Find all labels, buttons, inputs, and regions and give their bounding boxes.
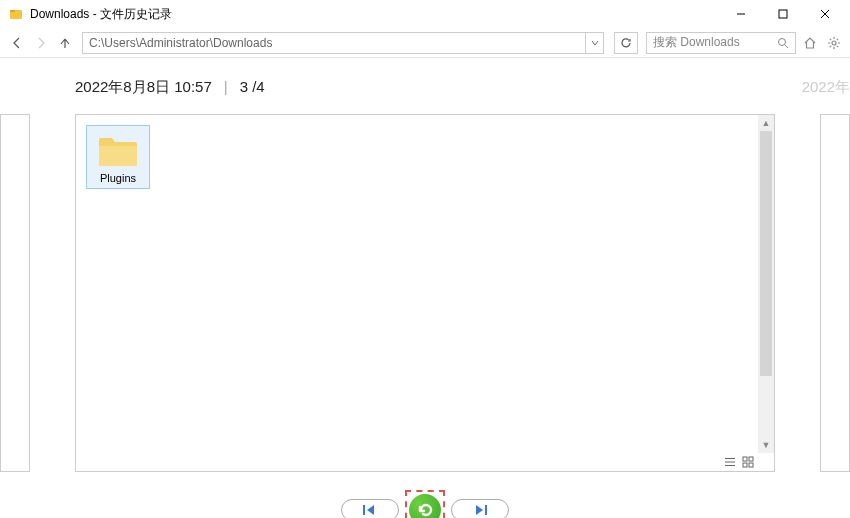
app-icon (8, 6, 24, 22)
skip-back-icon (362, 504, 378, 516)
timestamp-row: 2022年8月8日 10:57 | 3 /4 (0, 78, 850, 102)
svg-rect-15 (749, 463, 753, 467)
search-icon (777, 37, 789, 49)
next-version-pane[interactable] (820, 114, 850, 472)
restore-button-highlight (405, 490, 445, 518)
next-timestamp-preview: 2022年 (802, 78, 850, 97)
view-icons-icon[interactable] (740, 454, 756, 470)
main-pane: Plugins ▲ ▼ (75, 114, 775, 472)
window-title: Downloads - 文件历史记录 (30, 6, 720, 23)
list-item[interactable]: Plugins (86, 125, 150, 189)
toolbar: C:\Users\Administrator\Downloads 搜索 Down… (0, 28, 850, 58)
svg-rect-9 (725, 458, 735, 459)
file-list[interactable]: Plugins (76, 115, 774, 471)
address-bar-container: C:\Users\Administrator\Downloads (82, 32, 604, 54)
address-text: C:\Users\Administrator\Downloads (89, 36, 272, 50)
previous-version-button[interactable] (341, 499, 399, 518)
previous-version-pane[interactable] (0, 114, 30, 472)
panes-row: Plugins ▲ ▼ (0, 114, 850, 472)
next-version-button[interactable] (451, 499, 509, 518)
home-icon[interactable] (800, 33, 820, 53)
svg-rect-3 (779, 10, 787, 18)
scroll-track[interactable] (758, 131, 774, 437)
back-button[interactable] (6, 32, 28, 54)
scrollbar[interactable]: ▲ ▼ (758, 115, 774, 453)
refresh-button[interactable] (614, 32, 638, 54)
forward-button[interactable] (30, 32, 52, 54)
view-details-icon[interactable] (722, 454, 738, 470)
content-area: 2022年8月8日 10:57 | 3 /4 2022年 Plugins ▲ (0, 58, 850, 518)
folder-icon (97, 132, 139, 168)
page-indicator: 3 /4 (240, 78, 265, 95)
svg-point-8 (832, 41, 836, 45)
restore-button[interactable] (409, 494, 441, 518)
address-bar[interactable]: C:\Users\Administrator\Downloads (82, 32, 586, 54)
address-dropdown[interactable] (586, 32, 604, 54)
up-button[interactable] (54, 32, 76, 54)
restore-icon (415, 500, 435, 518)
svg-rect-13 (749, 457, 753, 461)
svg-rect-16 (363, 505, 365, 515)
minimize-button[interactable] (720, 0, 762, 28)
svg-rect-10 (725, 462, 735, 463)
view-mode-buttons (722, 454, 756, 470)
titlebar: Downloads - 文件历史记录 (0, 0, 850, 28)
maximize-button[interactable] (762, 0, 804, 28)
close-button[interactable] (804, 0, 846, 28)
bottom-controls (0, 490, 850, 518)
svg-line-7 (785, 45, 788, 48)
svg-rect-17 (485, 505, 487, 515)
svg-rect-12 (743, 457, 747, 461)
svg-point-6 (779, 38, 786, 45)
search-input[interactable]: 搜索 Downloads (646, 32, 796, 54)
window-controls (720, 0, 846, 28)
scroll-up-icon[interactable]: ▲ (758, 115, 774, 131)
timestamp: 2022年8月8日 10:57 (75, 78, 212, 97)
svg-rect-1 (10, 10, 15, 12)
svg-rect-11 (725, 465, 735, 466)
scroll-thumb[interactable] (760, 131, 772, 376)
scroll-down-icon[interactable]: ▼ (758, 437, 774, 453)
divider: | (224, 78, 228, 95)
gear-icon[interactable] (824, 33, 844, 53)
svg-rect-14 (743, 463, 747, 467)
skip-forward-icon (472, 504, 488, 516)
search-placeholder: 搜索 Downloads (653, 34, 777, 51)
item-label: Plugins (89, 172, 147, 184)
